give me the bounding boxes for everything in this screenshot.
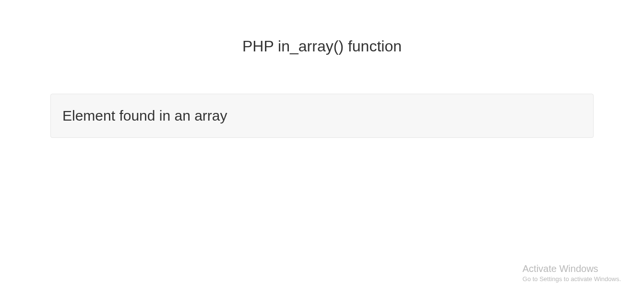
watermark-subtitle: Go to Settings to activate Windows.	[523, 275, 621, 283]
windows-activation-watermark: Activate Windows Go to Settings to activ…	[523, 263, 621, 283]
result-message: Element found in an array	[62, 108, 582, 124]
watermark-title: Activate Windows	[523, 263, 621, 274]
result-output-box: Element found in an array	[50, 94, 594, 138]
page-title: PHP in_array() function	[0, 37, 644, 55]
